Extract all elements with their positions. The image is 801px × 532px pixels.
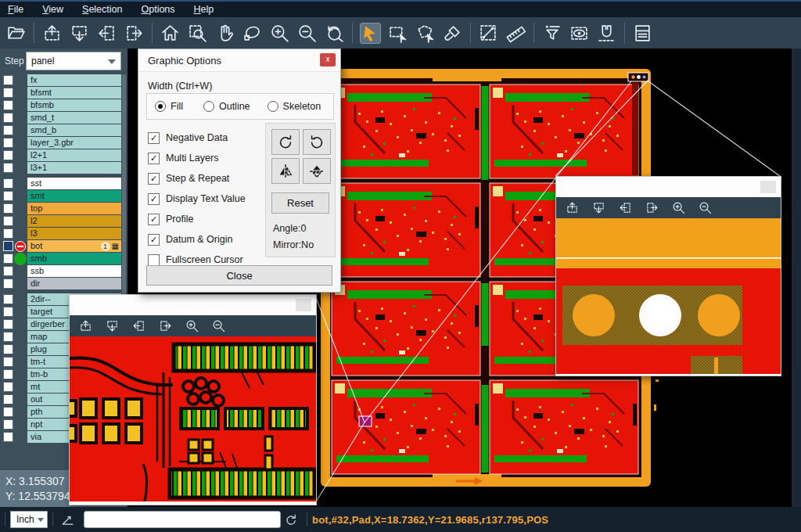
layer-visibility-checkbox[interactable] [3, 279, 13, 289]
layer-label[interactable]: sst [27, 178, 121, 189]
transform-flip-v-button[interactable] [303, 158, 331, 184]
checkbox-box[interactable]: ✓ [148, 153, 160, 164]
dialog-title-bar[interactable]: Graphic Options x [138, 49, 340, 72]
layer-visibility-checkbox[interactable] [3, 203, 13, 214]
layer-label[interactable]: smd_t [27, 112, 121, 124]
layer-visibility-checkbox[interactable] [3, 241, 13, 251]
checkbox-multi-layers[interactable]: ✓Multi Layers [148, 148, 265, 168]
checkbox-box[interactable] [148, 254, 160, 266]
layer-row-sst[interactable]: sst [0, 178, 128, 189]
layer-label[interactable]: l2 [27, 215, 121, 227]
command-input[interactable] [84, 511, 281, 528]
checkbox-box[interactable]: ✓ [148, 214, 160, 225]
transform-rotate-cw-button[interactable] [271, 129, 300, 155]
checkbox-negative-data[interactable]: ✓Negative Data [148, 128, 265, 148]
layer-visibility-checkbox[interactable] [3, 357, 13, 367]
layer-label[interactable]: top [27, 203, 121, 214]
layer-row-top[interactable]: top [0, 203, 128, 214]
layer-visibility-checkbox[interactable] [3, 216, 13, 226]
layer-row-dir[interactable]: dir [0, 278, 128, 289]
popup-tool-pan-down[interactable] [106, 319, 119, 332]
layer-grid-icon[interactable]: ▦ [112, 242, 119, 251]
layer-row-smd-b[interactable]: smd_b [0, 124, 128, 136]
layer-visibility-checkbox[interactable] [3, 294, 13, 304]
popup-tool-zoom-out[interactable] [212, 319, 225, 332]
snap-angle-icon[interactable] [61, 512, 76, 527]
layer-visibility-checkbox[interactable] [3, 319, 13, 329]
popup-tool-pan-left[interactable] [619, 201, 632, 214]
refresh-icon[interactable] [284, 512, 299, 527]
layer-visibility-checkbox[interactable] [3, 394, 13, 404]
layer-label[interactable]: smt [27, 190, 121, 202]
menu-options[interactable]: Options [141, 4, 174, 15]
radio-skeleton[interactable]: Skeleton [268, 101, 321, 112]
reset-button[interactable]: Reset [271, 192, 329, 214]
tool-poly-select[interactable] [415, 23, 435, 43]
tool-pan-left[interactable] [97, 23, 117, 43]
layer-row-fx[interactable]: fx [0, 74, 128, 86]
layer-label[interactable]: layer_3.gbr [27, 137, 121, 149]
tool-lasso[interactable] [242, 23, 262, 43]
tool-layers-panel[interactable] [633, 23, 652, 43]
layer-visibility-checkbox[interactable] [3, 266, 13, 276]
menu-selection[interactable]: Selection [82, 4, 122, 15]
checkbox-step-repeat[interactable]: ✓Step & Repeat [148, 168, 265, 189]
popup-tool-zoom-out[interactable] [699, 201, 712, 214]
layer-row-ssb[interactable]: ssb [0, 265, 128, 277]
menu-file[interactable]: File [8, 4, 23, 15]
layer-label[interactable]: ssb [27, 265, 121, 277]
layer-row-bfsmb[interactable]: bfsmb [0, 99, 128, 111]
layer-row-l3[interactable]: l3 [0, 228, 128, 239]
checkbox-profile[interactable]: ✓Profile [148, 209, 265, 229]
checkbox-box[interactable]: ✓ [148, 132, 160, 144]
layer-visibility-checkbox[interactable] [3, 100, 13, 110]
layer-visibility-checkbox[interactable] [3, 150, 13, 160]
tool-brush[interactable] [443, 23, 462, 43]
layer-visibility-checkbox[interactable] [3, 407, 13, 417]
layer-visibility-checkbox[interactable] [3, 432, 13, 442]
popup-tool-zoom-in[interactable] [185, 319, 199, 332]
layer-row-smd-t[interactable]: smd_t [0, 112, 128, 124]
layer-visibility-checkbox[interactable] [3, 163, 13, 173]
radio-fill[interactable]: Fill [155, 101, 183, 112]
tool-measure[interactable] [479, 23, 498, 43]
layer-label[interactable]: smb [27, 253, 121, 264]
layer-visibility-checkbox[interactable] [3, 369, 13, 379]
popup-left-title-bar[interactable] [70, 295, 316, 315]
layer-visibility-checkbox[interactable] [3, 332, 13, 342]
tool-pan-up[interactable] [42, 23, 62, 43]
layer-label[interactable]: bfsmt [27, 87, 121, 99]
tool-pan-down[interactable] [70, 23, 89, 43]
tool-eye[interactable] [569, 23, 589, 43]
layer-visibility-checkbox[interactable] [3, 344, 13, 354]
tool-ruler[interactable] [506, 23, 526, 43]
layer-row-smb[interactable]: smb [0, 253, 128, 264]
popup-tool-pan-right[interactable] [645, 201, 659, 214]
layer-visibility-checkbox[interactable] [3, 75, 13, 85]
layer-visibility-checkbox[interactable] [3, 382, 13, 392]
layer-label[interactable]: l2+1 [27, 149, 121, 161]
menu-view[interactable]: View [42, 4, 63, 15]
transform-flip-h-button[interactable] [271, 158, 300, 184]
layer-visibility-checkbox[interactable] [3, 191, 13, 201]
popup-tool-pan-up[interactable] [79, 319, 92, 332]
tool-hand[interactable] [215, 23, 235, 43]
popup-tool-pan-down[interactable] [592, 201, 605, 214]
layer-visibility-checkbox[interactable] [3, 419, 13, 430]
tool-pan-right[interactable] [124, 23, 144, 43]
layer-visibility-checkbox[interactable] [3, 253, 13, 264]
layer-row-bot[interactable]: bot1▦ [0, 240, 128, 252]
tool-open-folder[interactable] [6, 23, 26, 43]
tool-magnet[interactable] [597, 23, 616, 43]
tool-filter[interactable] [542, 23, 562, 43]
layer-label[interactable]: fx [27, 74, 121, 86]
step-select[interactable]: panel [26, 52, 121, 70]
layer-label[interactable]: dir [27, 278, 121, 289]
tool-rect-select[interactable] [388, 23, 408, 43]
popup-right-content[interactable] [556, 218, 781, 374]
menu-help[interactable]: Help [194, 4, 214, 15]
popup-tool-pan-left[interactable] [132, 319, 145, 332]
layer-visibility-checkbox[interactable] [3, 307, 13, 317]
radio-outline[interactable]: Outline [203, 101, 250, 112]
tool-zoom-back[interactable] [325, 23, 344, 43]
